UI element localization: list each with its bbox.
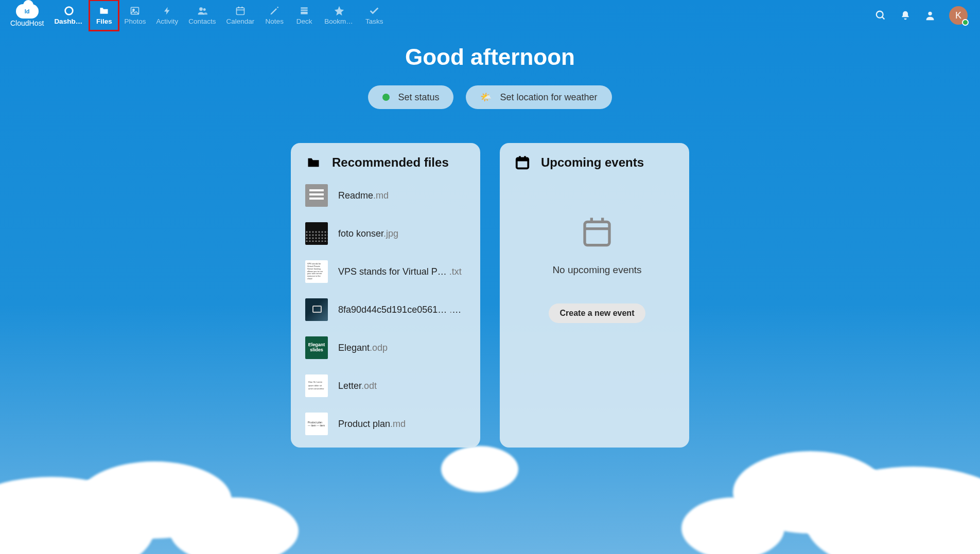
nav-label: Activity [156, 17, 178, 25]
file-row[interactable]: Elegant slidesElegant.odp [305, 336, 471, 359]
file-thumbnail [305, 298, 328, 321]
file-row[interactable]: VPS stands for Virtual Private Server ho… [305, 260, 471, 283]
nav-item-dashboard[interactable]: Dashboard [49, 0, 89, 31]
create-event-button[interactable]: Create a new event [549, 303, 646, 323]
nav-label: Photos [124, 17, 146, 25]
card-header: Upcoming events [514, 155, 680, 170]
file-row[interactable]: Readme.md [305, 184, 471, 207]
svg-point-3 [199, 7, 203, 11]
file-row[interactable]: 8fa90d44c5d191ce0561… .jpg [305, 298, 471, 321]
nav-item-files[interactable]: Files [89, 0, 119, 31]
svg-point-14 [928, 12, 932, 15]
avatar[interactable]: K [949, 6, 968, 25]
nav-label: Bookma… [324, 17, 354, 25]
nav-item-notes[interactable]: Notes [259, 0, 289, 31]
weather-icon: 🌤️ [480, 92, 492, 103]
file-name: Elegant.odp [338, 343, 388, 353]
set-status-label: Set status [398, 92, 439, 103]
status-row: Set status 🌤️ Set location for weather [0, 85, 980, 109]
svg-rect-16 [517, 158, 529, 161]
svg-point-4 [203, 8, 205, 11]
nav-label: Deck [296, 17, 312, 25]
file-name: Readme.md [338, 190, 389, 201]
folder-icon [98, 6, 110, 16]
file-name: Letter.odt [338, 381, 377, 391]
file-thumbnail: VPS stands for Virtual Private Server ho… [305, 260, 328, 283]
person-icon[interactable] [924, 10, 936, 21]
file-list: Readme.mdfoto konser.jpgVPS stands for V… [305, 184, 471, 435]
nav-item-activity[interactable]: Activity [151, 0, 183, 31]
svg-rect-11 [301, 12, 308, 14]
nav-label: Contacts [188, 17, 216, 25]
bolt-icon [162, 6, 173, 16]
greeting-heading: Good afternoon [0, 44, 980, 70]
bell-icon[interactable] [900, 10, 911, 21]
star-icon [334, 6, 345, 16]
svg-rect-19 [585, 222, 609, 245]
file-row[interactable]: foto konser.jpg [305, 222, 471, 245]
people-icon [197, 6, 208, 16]
file-row[interactable]: Product plan — item — itemProduct plan.m… [305, 413, 471, 435]
nav-label: Files [96, 17, 112, 25]
set-status-button[interactable]: Set status [368, 85, 453, 109]
svg-point-12 [877, 11, 883, 18]
calendar-icon [235, 6, 246, 16]
file-name: VPS stands for Virtual P… .txt [338, 266, 462, 277]
cloud-icon: Id [16, 4, 39, 19]
stack-icon [299, 6, 310, 16]
nav-label: Tasks [365, 17, 383, 25]
status-dot-icon [382, 94, 390, 101]
brand-logo[interactable]: Id CloudHost [5, 0, 49, 31]
nav-label: Calendar [226, 17, 254, 25]
svg-rect-9 [301, 7, 308, 9]
brand-label: CloudHost [10, 19, 44, 27]
recommended-title: Recommended files [332, 155, 449, 170]
top-nav: Id CloudHost DashboardFilesPhotosActivit… [0, 0, 980, 31]
nav-item-bookma[interactable]: Bookma… [319, 0, 359, 31]
card-header: Recommended files [305, 155, 471, 170]
svg-rect-10 [301, 10, 308, 11]
status-dot-icon [962, 19, 969, 26]
image-icon [129, 6, 141, 16]
upcoming-events-card: Upcoming events No upcoming events Creat… [500, 143, 689, 448]
svg-rect-5 [236, 8, 244, 14]
set-weather-label: Set location for weather [500, 92, 597, 103]
nav-right: K [875, 0, 975, 31]
recommended-files-card: Recommended files Readme.mdfoto konser.j… [291, 143, 480, 448]
nav-item-photos[interactable]: Photos [119, 0, 151, 31]
nav-left: Id CloudHost DashboardFilesPhotosActivit… [5, 0, 389, 31]
svg-line-13 [882, 17, 885, 20]
cards-row: Recommended files Readme.mdfoto konser.j… [0, 143, 980, 448]
file-name: foto konser.jpg [338, 228, 398, 239]
nav-item-contacts[interactable]: Contacts [183, 0, 221, 31]
pencil-icon [269, 6, 280, 16]
svg-point-0 [65, 7, 73, 15]
svg-point-2 [133, 9, 134, 11]
file-thumbnail: Elegant slides [305, 336, 328, 359]
events-title: Upcoming events [541, 155, 644, 170]
file-thumbnail: Product plan — item — item [305, 413, 328, 435]
circle-icon [63, 6, 75, 16]
file-row[interactable]: Dear Sir Lorem ipsum dolor sit amet cons… [305, 374, 471, 397]
events-empty-text: No upcoming events [552, 264, 641, 276]
file-name: 8fa90d44c5d191ce0561… .jpg [338, 305, 462, 315]
nav-item-deck[interactable]: Deck [289, 0, 319, 31]
check-icon [369, 6, 380, 16]
nav-item-calendar[interactable]: Calendar [221, 0, 259, 31]
file-thumbnail [305, 222, 328, 245]
avatar-letter: K [955, 10, 961, 21]
folder-icon [305, 155, 322, 170]
nav-label: Notes [266, 17, 284, 25]
file-thumbnail [305, 184, 328, 207]
search-icon[interactable] [875, 10, 886, 21]
calendar-icon [514, 155, 531, 170]
calendar-outline-icon [581, 215, 614, 248]
events-empty-state: No upcoming events Create a new event [514, 184, 680, 323]
nav-label: Dashboard [54, 17, 84, 25]
set-weather-button[interactable]: 🌤️ Set location for weather [466, 85, 611, 109]
file-thumbnail: Dear Sir Lorem ipsum dolor sit amet cons… [305, 374, 328, 397]
file-name: Product plan.md [338, 419, 406, 430]
nav-item-tasks[interactable]: Tasks [359, 0, 389, 31]
